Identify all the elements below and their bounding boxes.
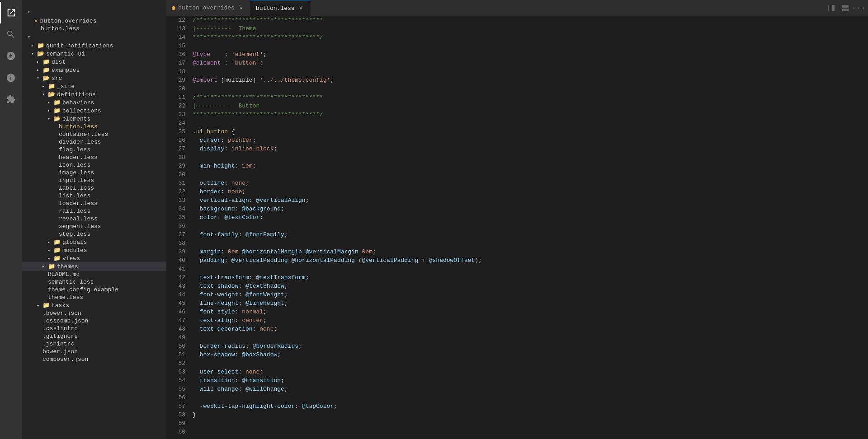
tree-item-examples[interactable]: 📁examples: [22, 66, 166, 74]
tree-item-button-less[interactable]: button.less: [22, 123, 166, 131]
line-number: 57: [166, 402, 185, 411]
tree-item-label: behaviors: [62, 99, 94, 106]
code-line: [193, 222, 868, 230]
tab-close-button[interactable]: ×: [237, 5, 245, 12]
tree-item-container-less[interactable]: container.less: [22, 131, 166, 138]
code-line: -webkit-tap-highlight-color: @tapColor;: [193, 402, 868, 411]
tree-item-label: examples: [52, 67, 80, 74]
tree-item-theme-config-example[interactable]: theme.config.example: [22, 286, 166, 294]
code-line: text-align: center;: [193, 316, 868, 325]
tree-item-themes[interactable]: 📁themes: [22, 262, 166, 271]
tree-item-label-less[interactable]: label.less: [22, 184, 166, 192]
tree-item-globals[interactable]: 📁globals: [22, 238, 166, 246]
code-line: font-style: normal;: [193, 308, 868, 316]
tree-item-bower-json[interactable]: bower.json: [22, 348, 166, 355]
sidebar: ● button.overrides button.less 📁qunit-no…: [22, 0, 166, 439]
tree-item-rail-less[interactable]: rail.less: [22, 207, 166, 215]
tree-item-dist[interactable]: 📁dist: [22, 58, 166, 66]
tree-item-theme-less[interactable]: theme.less: [22, 294, 166, 301]
tree-item-_site[interactable]: 📁_site: [22, 82, 166, 90]
code-line: text-transform: @textTransform;: [193, 273, 868, 282]
tree-item--csscomb-json[interactable]: .csscomb.json: [22, 317, 166, 325]
folder-icon: 📁: [53, 99, 61, 106]
tree-item--bower-json[interactable]: .bower.json: [22, 309, 166, 317]
code-line: border-radius: @borderRadius;: [193, 342, 868, 350]
line-numbers: 1213141516171819202122232425262728293031…: [166, 16, 189, 439]
tree-item-behaviors[interactable]: 📁behaviors: [22, 98, 166, 107]
line-number: 44: [166, 290, 185, 299]
line-number: 50: [166, 342, 185, 350]
line-number: 43: [166, 282, 185, 290]
tree-item-image-less[interactable]: image.less: [22, 169, 166, 177]
root-folder-header[interactable]: [22, 33, 166, 42]
tree-item-list-less[interactable]: list.less: [22, 192, 166, 200]
tab-button-less[interactable]: button.less×: [250, 0, 311, 16]
code-line: outline: none;: [193, 179, 868, 187]
tree-item-step-less[interactable]: step.less: [22, 230, 166, 238]
folder-icon: 📁: [53, 107, 61, 114]
tree-item-icon-less[interactable]: icon.less: [22, 161, 166, 169]
search-icon[interactable]: [0, 23, 22, 45]
tree-item-input-less[interactable]: input.less: [22, 177, 166, 184]
tree-item-divider-less[interactable]: divider.less: [22, 138, 166, 146]
code-line: line-height: @lineHeight;: [193, 299, 868, 308]
tree-item-label: icon.less: [59, 162, 90, 168]
tree-item-elements[interactable]: 📂elements: [22, 115, 166, 123]
open-file-button-less[interactable]: button.less: [22, 25, 166, 33]
opened-editors-header[interactable]: [22, 7, 166, 17]
line-number: 47: [166, 316, 185, 325]
tree-item-README-md[interactable]: README.md: [22, 271, 166, 278]
line-number: 38: [166, 239, 185, 248]
git-icon[interactable]: [0, 45, 22, 67]
folder-icon: 📁: [42, 66, 50, 74]
tree-item-semantic-ui[interactable]: 📂semantic-ui: [22, 50, 166, 58]
tree-item-views[interactable]: 📁views: [22, 254, 166, 262]
tree-item--csslintrc[interactable]: .csslintrc: [22, 325, 166, 332]
tree-item-modules[interactable]: 📁modules: [22, 246, 166, 254]
line-number: 20: [166, 84, 185, 93]
tree-item-tasks[interactable]: 📁tasks: [22, 301, 166, 309]
tab-close-button[interactable]: ×: [297, 5, 305, 12]
tabs-bar: button.overrides×button.less× ···: [166, 0, 868, 16]
split-editor-icon[interactable]: [826, 2, 838, 14]
code-line: [193, 119, 868, 127]
tree-item-segment-less[interactable]: segment.less: [22, 223, 166, 230]
tree-item-flag-less[interactable]: flag.less: [22, 146, 166, 154]
tree-item-definitions[interactable]: 📂definitions: [22, 90, 166, 98]
line-number: 15: [166, 42, 185, 50]
tree-item-label: .csscomb.json: [42, 318, 88, 324]
explorer-icon[interactable]: [0, 2, 22, 23]
tree-item--jshintrc[interactable]: .jshintrc: [22, 340, 166, 348]
tree-item-reveal-less[interactable]: reveal.less: [22, 215, 166, 223]
debug-icon[interactable]: [0, 67, 22, 89]
tree-item-label: modules: [62, 247, 87, 254]
code-line: .ui.button {: [193, 127, 868, 136]
tree-item-qunit-notifications[interactable]: 📁qunit-notifications: [22, 42, 166, 50]
extensions-icon[interactable]: [0, 89, 22, 110]
tree-item-composer-json[interactable]: composer.json: [22, 355, 166, 363]
more-actions-icon[interactable]: ···: [853, 2, 865, 14]
tree-item-collections[interactable]: 📁collections: [22, 107, 166, 115]
line-number: 37: [166, 230, 185, 239]
code-line: @type : 'element';: [193, 50, 868, 59]
layout-icon[interactable]: [839, 2, 852, 14]
tree-item-label: .gitignore: [42, 333, 78, 340]
folder-icon: 📂: [42, 75, 50, 82]
tree-item-semantic-less[interactable]: semantic.less: [22, 278, 166, 286]
code-line: background: @background;: [193, 205, 868, 213]
line-number: 31: [166, 179, 185, 187]
tab-button-overrides[interactable]: button.overrides×: [166, 0, 250, 16]
open-file-button-overrides[interactable]: ● button.overrides: [22, 17, 166, 25]
tree-item-header-less[interactable]: header.less: [22, 154, 166, 161]
svg-rect-1: [842, 5, 849, 8]
tree-item--gitignore[interactable]: .gitignore: [22, 332, 166, 340]
tree-item-loader-less[interactable]: loader.less: [22, 200, 166, 207]
code-line: box-shadow: @boxShadow;: [193, 350, 868, 359]
code-line: display: inline-block;: [193, 145, 868, 153]
line-number: 36: [166, 222, 185, 230]
line-number: 23: [166, 110, 185, 119]
tree-item-src[interactable]: 📂src: [22, 74, 166, 82]
code-content[interactable]: /************************************|--…: [189, 16, 868, 439]
right-icons: ···: [823, 0, 868, 16]
code-line: [193, 428, 868, 436]
